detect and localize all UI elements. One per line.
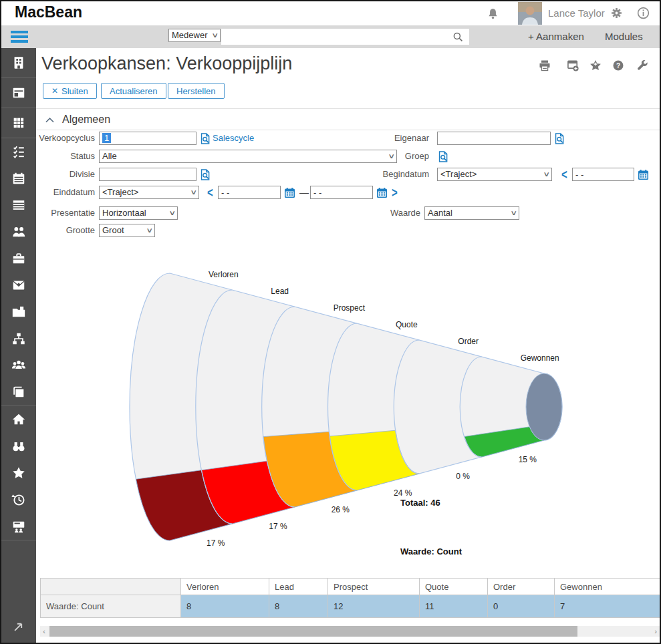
verkoopcyclus-input[interactable]: 1 — [99, 132, 196, 145]
chevron-down-icon: ∨ — [510, 207, 517, 219]
reset-button[interactable]: Herstellen — [168, 83, 225, 99]
chevron-down-icon: ∨ — [168, 207, 176, 219]
funnel-percent-label: 0 % — [456, 472, 470, 481]
info-icon[interactable] — [636, 6, 650, 20]
table-value-cell: 11 — [420, 595, 488, 618]
sidebar-item-recent[interactable] — [1, 486, 36, 513]
waarde-select[interactable]: Aantal ∨ — [424, 206, 519, 220]
refresh-button[interactable]: Actualiseren — [101, 83, 166, 99]
sidebar-expand-button[interactable] — [1, 611, 36, 643]
sidebar-item-binoculars[interactable] — [1, 433, 36, 460]
funnel-percent-label: 17 % — [207, 538, 225, 548]
sidebar-item-dashboard[interactable] — [1, 78, 36, 108]
einddatum-to-input[interactable] — [310, 186, 373, 199]
groups-icon — [11, 358, 26, 373]
reset-button-label: Herstellen — [176, 86, 216, 96]
brand-logo[interactable]: MacBean — [15, 3, 82, 21]
sidebar-item-groups[interactable] — [1, 352, 36, 379]
status-value: Alle — [102, 150, 117, 162]
chevron-down-icon: ∨ — [211, 29, 219, 41]
funnel-stage-label: Gewonnen — [521, 353, 559, 363]
einddatum-prev-icon[interactable]: < — [207, 184, 213, 201]
presentatie-value: Horizontaal — [102, 207, 146, 219]
close-x-icon: ✕ — [51, 86, 58, 96]
status-select[interactable]: Alle ∨ — [99, 150, 397, 163]
table-row-label: Waarde: Count — [41, 595, 181, 618]
print-icon[interactable] — [538, 59, 551, 72]
list-icon — [11, 198, 26, 212]
einddatum-from-input[interactable] — [218, 186, 281, 199]
sidebar-item-company[interactable] — [1, 48, 36, 78]
chevron-down-icon: ∨ — [190, 186, 197, 198]
sidebar-item-home[interactable] — [1, 406, 36, 433]
divisie-lookup-icon[interactable] — [199, 168, 212, 181]
calendar-icon — [11, 171, 26, 186]
user-avatar[interactable] — [518, 2, 542, 25]
search-scope-select[interactable]: Medewer ∨ — [168, 29, 221, 42]
sidebar-item-documents[interactable] — [1, 299, 36, 325]
app-window: MacBean Lance Taylor Medewer ∨ + Aanmake… — [0, 0, 661, 644]
verkoopcyclus-label: Verkoopcyclus — [36, 132, 95, 145]
sidebar-item-meetings[interactable] — [1, 513, 36, 540]
table-header-cell: Verloren — [181, 579, 269, 595]
eigenaar-input[interactable] — [437, 132, 551, 145]
sidebar-item-partners[interactable] — [1, 218, 36, 245]
binoculars-icon — [11, 439, 26, 454]
sidebar-item-organization[interactable] — [1, 325, 36, 352]
expand-arrow-icon — [12, 620, 25, 633]
sidebar-item-briefcase[interactable] — [1, 245, 36, 272]
sidebar-item-calendar[interactable] — [1, 165, 36, 192]
funnel-stage-label: Prospect — [334, 303, 366, 313]
scroll-right-arrow-icon[interactable]: › — [652, 626, 660, 637]
table-header-cell: Order — [488, 579, 555, 595]
notifications-bell-icon[interactable] — [487, 7, 499, 20]
verkoopcyclus-lookup-icon[interactable] — [199, 132, 212, 145]
section-divider — [36, 130, 661, 130]
scrollbar-thumb[interactable] — [49, 626, 577, 637]
sidebar-item-box[interactable] — [1, 379, 36, 406]
funnel-percent-label: 15 % — [519, 455, 537, 464]
sidebar-nav — [1, 48, 36, 643]
begindatum-date-input[interactable] — [572, 168, 634, 181]
settings-gear-icon[interactable] — [610, 6, 624, 20]
begindatum-calendar-icon[interactable] — [637, 168, 650, 181]
eigenaar-lookup-icon[interactable] — [553, 132, 566, 145]
sidebar-item-favorites[interactable] — [1, 460, 36, 486]
divisie-input[interactable] — [99, 168, 196, 181]
einddatum-next-icon[interactable]: > — [392, 184, 398, 201]
close-button[interactable]: ✕ Sluiten — [43, 83, 97, 99]
search-icon[interactable] — [452, 31, 464, 43]
horizontal-scrollbar[interactable]: ‹ › — [40, 626, 660, 637]
modules-button[interactable]: Modules — [605, 31, 643, 42]
begindatum-prev-icon[interactable]: < — [561, 166, 567, 183]
customize-wrench-icon[interactable] — [636, 59, 649, 72]
grootte-select[interactable]: Groot ∨ — [99, 224, 155, 237]
sidebar-item-apps-grid[interactable] — [1, 108, 36, 138]
sidebar-item-mail[interactable] — [1, 272, 36, 299]
menu-hamburger-icon[interactable] — [11, 31, 28, 43]
groep-lookup-icon[interactable] — [437, 150, 450, 163]
global-search-input[interactable] — [221, 29, 469, 45]
create-button[interactable]: + Aanmaken — [528, 31, 584, 42]
main-content: Verkoopkansen: Verkooppijplijn ? ✕ Sluit… — [36, 48, 661, 643]
sidebar-item-list[interactable] — [1, 192, 36, 218]
user-name[interactable]: Lance Taylor — [548, 7, 605, 19]
scroll-left-arrow-icon[interactable]: ‹ — [40, 626, 48, 637]
funnel-stage-label: Lead — [271, 287, 289, 296]
einddatum-from-calendar-icon[interactable] — [283, 186, 296, 199]
funnel-stage-label: Quote — [396, 320, 418, 329]
einddatum-select[interactable]: <Traject> ∨ — [99, 186, 199, 199]
salescycle-link[interactable]: Salescycle — [213, 132, 254, 145]
einddatum-value: <Traject> — [102, 186, 138, 198]
presentatie-select[interactable]: Horizontaal ∨ — [99, 206, 178, 220]
favorite-star-icon[interactable] — [589, 59, 602, 72]
divisie-label: Divisie — [36, 168, 95, 181]
table-header-cell: Quote — [420, 579, 488, 595]
begindatum-select[interactable]: <Traject> ∨ — [437, 168, 552, 181]
einddatum-to-calendar-icon[interactable] — [376, 186, 388, 199]
favorites-icon — [11, 466, 26, 480]
add-page-icon[interactable] — [566, 59, 579, 72]
sidebar-item-tasks[interactable] — [1, 138, 36, 165]
section-header-algemeen[interactable]: Algemeen — [45, 114, 110, 126]
help-icon[interactable]: ? — [612, 59, 625, 72]
